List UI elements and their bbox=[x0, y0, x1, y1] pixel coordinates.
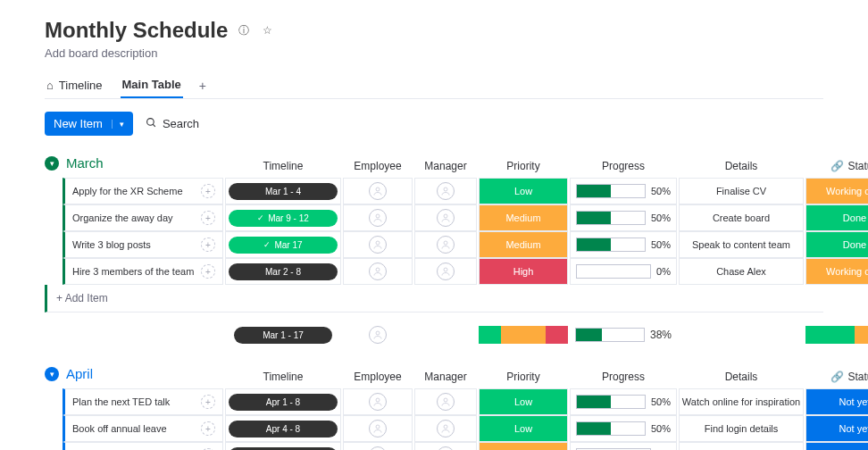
manager-cell[interactable] bbox=[414, 442, 477, 450]
group-name[interactable]: April bbox=[66, 366, 93, 381]
board-subtitle[interactable]: Add board description bbox=[45, 46, 823, 60]
priority-cell[interactable]: Low bbox=[479, 415, 568, 442]
chevron-down-icon[interactable]: ▾ bbox=[112, 120, 124, 129]
col-header-employee[interactable]: Employee bbox=[343, 365, 413, 388]
star-icon[interactable]: ☆ bbox=[260, 23, 274, 38]
priority-cell[interactable]: Medium bbox=[479, 442, 568, 450]
employee-cell[interactable] bbox=[343, 178, 413, 204]
expand-icon[interactable]: + bbox=[201, 211, 215, 225]
col-header-status[interactable]: 🔗Status bbox=[805, 365, 868, 388]
status-cell[interactable]: Working on it bbox=[805, 178, 868, 204]
progress-cell[interactable]: 50% bbox=[570, 388, 677, 415]
employee-cell[interactable] bbox=[343, 204, 413, 231]
status-cell[interactable]: Working on it bbox=[805, 258, 868, 285]
priority-cell[interactable]: Low bbox=[479, 388, 568, 415]
timeline-cell[interactable]: ✓Mar 9 - 12 bbox=[225, 204, 341, 231]
add-item-button[interactable]: + Add Item bbox=[45, 285, 823, 312]
col-header-timeline[interactable]: Timeline bbox=[225, 365, 341, 388]
expand-icon[interactable]: + bbox=[201, 395, 215, 409]
employee-cell[interactable] bbox=[343, 231, 413, 258]
search-icon bbox=[146, 117, 157, 131]
expand-icon[interactable]: + bbox=[201, 421, 215, 436]
priority-cell[interactable]: Medium bbox=[479, 204, 568, 231]
details-cell[interactable]: Create board bbox=[679, 204, 804, 231]
item-name-cell[interactable]: Book off annual leave+ bbox=[63, 415, 223, 442]
person-icon bbox=[437, 182, 455, 200]
col-header-manager[interactable]: Manager bbox=[414, 154, 477, 178]
details-cell[interactable]: Watch online for inspiration bbox=[679, 388, 804, 415]
expand-icon[interactable]: + bbox=[201, 238, 215, 252]
link-icon: 🔗 bbox=[830, 371, 844, 383]
manager-cell[interactable] bbox=[414, 178, 477, 204]
search-input[interactable]: Search bbox=[146, 117, 199, 131]
info-icon[interactable]: ⓘ bbox=[237, 23, 251, 38]
status-cell[interactable]: Done bbox=[805, 231, 868, 258]
details-cell[interactable]: Speak to content team bbox=[679, 231, 804, 258]
details-cell[interactable]: Find login details bbox=[679, 415, 804, 442]
manager-cell[interactable] bbox=[414, 204, 477, 231]
item-name-cell[interactable]: Apply for the XR Scheme+ bbox=[63, 178, 223, 204]
new-item-button[interactable]: New Item ▾ bbox=[45, 112, 133, 136]
status-cell[interactable]: Done bbox=[805, 204, 868, 231]
employee-cell[interactable] bbox=[343, 388, 413, 415]
progress-cell[interactable]: 50% bbox=[570, 231, 677, 258]
expand-icon[interactable]: + bbox=[201, 264, 215, 279]
progress-cell[interactable]: 50% bbox=[570, 204, 677, 231]
tab-main-table[interactable]: Main Table bbox=[121, 72, 183, 98]
status-cell[interactable]: Not yet bbox=[805, 388, 868, 415]
employee-cell[interactable] bbox=[343, 442, 413, 450]
link-icon: 🔗 bbox=[830, 160, 844, 172]
col-header-employee[interactable]: Employee bbox=[343, 154, 413, 178]
progress-cell[interactable]: 50% bbox=[570, 415, 677, 442]
manager-cell[interactable] bbox=[414, 415, 477, 442]
priority-cell[interactable]: Low bbox=[479, 178, 568, 204]
add-view-button[interactable]: + bbox=[199, 79, 206, 93]
col-header-details[interactable]: Details bbox=[679, 365, 804, 388]
details-cell[interactable]: Follow up with Alex bbox=[679, 442, 804, 450]
col-header-priority[interactable]: Priority bbox=[479, 365, 568, 388]
person-icon bbox=[437, 209, 455, 227]
timeline-cell[interactable]: Apr 4 - 8 bbox=[225, 415, 341, 442]
timeline-cell[interactable]: Mar 8 - 16 bbox=[225, 442, 341, 450]
svg-point-8 bbox=[376, 268, 380, 271]
col-header-progress[interactable]: Progress bbox=[570, 154, 677, 178]
timeline-cell[interactable]: Mar 2 - 8 bbox=[225, 258, 341, 285]
expand-icon[interactable]: + bbox=[201, 184, 215, 198]
col-header-progress[interactable]: Progress bbox=[570, 365, 677, 388]
details-cell[interactable]: Finalise CV bbox=[679, 178, 804, 204]
status-cell[interactable]: Not yet bbox=[805, 442, 868, 450]
employee-cell[interactable] bbox=[343, 258, 413, 285]
employee-cell[interactable] bbox=[343, 415, 413, 442]
col-header-timeline[interactable]: Timeline bbox=[225, 154, 341, 178]
progress-cell[interactable]: 0% bbox=[570, 258, 677, 285]
timeline-cell[interactable]: ✓Mar 17 bbox=[225, 231, 341, 258]
manager-cell[interactable] bbox=[414, 258, 477, 285]
timeline-cell[interactable]: Mar 1 - 4 bbox=[225, 178, 341, 204]
manager-cell[interactable] bbox=[414, 231, 477, 258]
col-header-details[interactable]: Details bbox=[679, 154, 804, 178]
details-cell[interactable]: Chase Alex bbox=[679, 258, 804, 285]
priority-cell[interactable]: Medium bbox=[479, 231, 568, 258]
group-name[interactable]: March bbox=[66, 155, 104, 171]
summary-progress: 38% bbox=[570, 323, 677, 346]
progress-cell[interactable]: 0% bbox=[570, 442, 677, 450]
person-icon bbox=[369, 393, 387, 411]
svg-point-14 bbox=[444, 425, 447, 429]
item-name-cell[interactable]: Write 3 blog posts+ bbox=[63, 231, 223, 258]
col-header-status[interactable]: 🔗Status bbox=[805, 154, 868, 178]
col-header-priority[interactable]: Priority bbox=[479, 154, 568, 178]
collapse-icon[interactable]: ▾ bbox=[45, 156, 59, 171]
item-name-cell[interactable]: Follow up with Alex+ bbox=[63, 442, 223, 450]
status-cell[interactable]: Not yet bbox=[805, 415, 868, 442]
item-name-cell[interactable]: Plan the next TED talk+ bbox=[63, 388, 223, 415]
progress-cell[interactable]: 50% bbox=[570, 178, 677, 204]
board-title: Monthly Schedule bbox=[45, 18, 228, 43]
priority-cell[interactable]: High bbox=[479, 258, 568, 285]
manager-cell[interactable] bbox=[414, 388, 477, 415]
item-name-cell[interactable]: Organize the away day+ bbox=[63, 204, 223, 231]
collapse-icon[interactable]: ▾ bbox=[45, 367, 59, 381]
timeline-cell[interactable]: Apr 1 - 8 bbox=[225, 388, 341, 415]
tab-timeline[interactable]: ⌂ Timeline bbox=[45, 73, 104, 97]
item-name-cell[interactable]: Hire 3 members of the team+ bbox=[63, 258, 223, 285]
col-header-manager[interactable]: Manager bbox=[414, 365, 477, 388]
